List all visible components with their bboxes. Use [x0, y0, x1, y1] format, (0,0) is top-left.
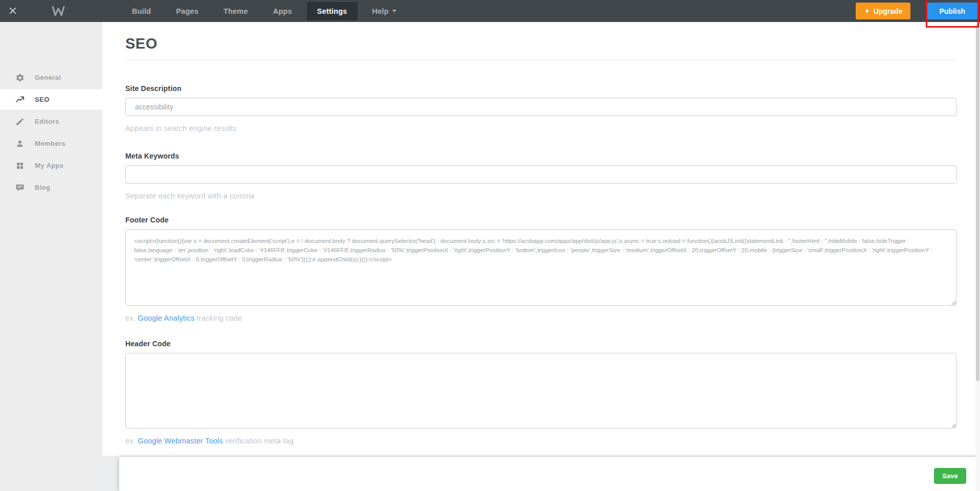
sidebar-item-label: Editors	[35, 118, 59, 125]
save-button[interactable]: Save	[934, 468, 966, 484]
close-icon[interactable]	[8, 6, 18, 16]
meta-keywords-input[interactable]	[125, 165, 956, 184]
tab-apps[interactable]: Apps	[263, 2, 302, 20]
site-description-label: Site Description	[125, 84, 956, 93]
sidebar-item-blog[interactable]: Blog	[0, 176, 102, 198]
tab-settings[interactable]: Settings	[307, 2, 358, 20]
helper-prefix: ex.	[125, 314, 138, 322]
sidebar-item-my-apps[interactable]: My Apps	[0, 154, 102, 176]
sidebar-item-editors[interactable]: Editors	[0, 110, 102, 132]
grid-icon	[15, 161, 25, 170]
site-description-input[interactable]	[125, 98, 956, 116]
sidebar-item-label: My Apps	[35, 162, 64, 169]
sidebar-item-label: Members	[35, 140, 65, 147]
publish-button[interactable]: Publish	[926, 3, 978, 19]
google-analytics-link[interactable]: Google Analytics	[138, 314, 194, 322]
sidebar-item-members[interactable]: Members	[0, 132, 102, 154]
topbar-actions: Upgrade Publish	[856, 3, 978, 19]
upgrade-button-label: Upgrade	[874, 7, 903, 15]
sidebar-item-label: General	[35, 74, 61, 81]
helper-prefix: ex.	[125, 437, 138, 445]
save-bar: Save	[119, 457, 980, 491]
main-nav: Build Pages Theme Apps Settings Help	[122, 0, 407, 22]
gear-icon	[15, 73, 25, 82]
weebly-settings-screen: Build Pages Theme Apps Settings Help Upg…	[0, 0, 980, 491]
tab-help[interactable]: Help	[362, 2, 407, 20]
weebly-logo-icon[interactable]	[51, 4, 66, 18]
sidebar-item-label: SEO	[35, 96, 50, 103]
page-title: SEO	[125, 35, 956, 52]
chevron-down-icon	[392, 10, 396, 12]
helper-suffix: tracking code	[194, 314, 242, 322]
trend-arrow-icon	[15, 95, 25, 104]
scrollbar-thumb[interactable]	[976, 24, 979, 381]
sidebar-item-seo[interactable]: SEO	[0, 88, 102, 110]
title-divider	[125, 60, 956, 60]
footer-code-textarea[interactable]: <script>(function(){var s = document.cre…	[125, 229, 956, 306]
header-code-label: Header Code	[125, 340, 956, 348]
page-scrollbar[interactable]	[975, 22, 980, 491]
meta-keywords-label: Meta Keywords	[125, 152, 956, 160]
tab-theme[interactable]: Theme	[213, 2, 258, 20]
settings-sidebar: General SEO Editors Members	[0, 22, 102, 491]
seo-settings-panel: SEO Site Description Appears in search e…	[102, 22, 980, 491]
sidebar-item-general[interactable]: General	[0, 66, 102, 88]
pencil-icon	[15, 117, 25, 126]
person-icon	[15, 139, 25, 148]
footer-code-helper: ex. Google Analytics tracking code	[125, 314, 956, 322]
tab-build[interactable]: Build	[122, 2, 161, 20]
helper-suffix: verification meta tag	[223, 437, 294, 445]
lightning-bolt-icon	[864, 7, 871, 15]
tab-pages[interactable]: Pages	[166, 2, 209, 20]
upgrade-button[interactable]: Upgrade	[856, 3, 911, 19]
header-code-textarea[interactable]	[125, 353, 956, 429]
sidebar-item-label: Blog	[35, 184, 50, 191]
tab-help-label: Help	[372, 2, 389, 20]
header-code-helper: ex. Google Webmaster Tools verification …	[125, 437, 956, 445]
chat-bubble-icon	[15, 183, 25, 192]
site-description-helper: Appears in search engine results	[125, 124, 956, 132]
google-webmaster-tools-link[interactable]: Google Webmaster Tools	[138, 437, 223, 445]
meta-keywords-helper: Separate each keyword with a comma	[125, 192, 956, 200]
topbar: Build Pages Theme Apps Settings Help Upg…	[0, 0, 980, 22]
footer-code-label: Footer Code	[125, 216, 956, 224]
